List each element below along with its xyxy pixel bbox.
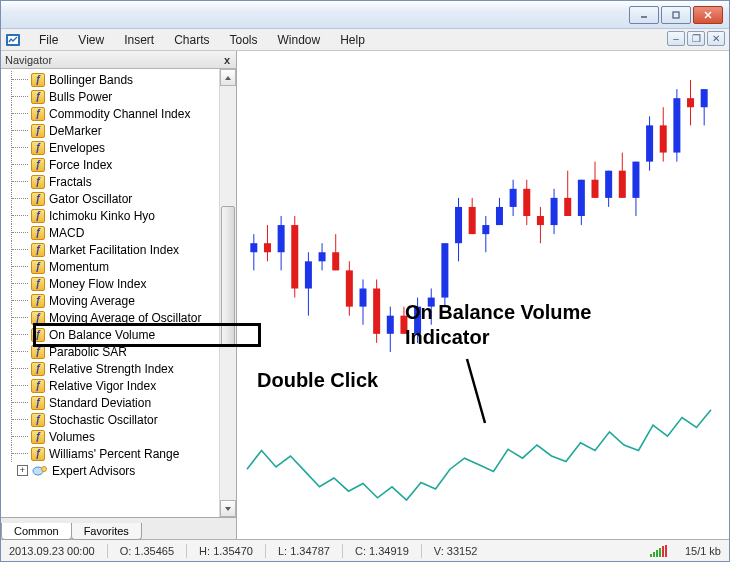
svg-rect-23	[332, 252, 339, 270]
indicator-item[interactable]: ƒRelative Vigor Index	[1, 377, 219, 394]
svg-rect-21	[319, 252, 326, 261]
indicator-item[interactable]: ƒBulls Power	[1, 88, 219, 105]
mdi-restore-button[interactable]: ❐	[687, 31, 705, 46]
indicator-item[interactable]: ƒRelative Strength Index	[1, 360, 219, 377]
svg-rect-67	[632, 162, 639, 198]
svg-rect-15	[278, 225, 285, 252]
navigator-tree[interactable]: ƒBollinger BandsƒBulls PowerƒCommodity C…	[1, 69, 219, 517]
window-close-button[interactable]	[693, 6, 723, 24]
navigator-close-button[interactable]: x	[222, 54, 232, 66]
svg-rect-63	[605, 171, 612, 198]
status-connection: 15/1 kb	[681, 545, 725, 557]
menu-window[interactable]: Window	[268, 31, 331, 49]
indicator-item[interactable]: ƒParabolic SAR	[1, 343, 219, 360]
status-datetime: 2013.09.23 00:00	[5, 545, 99, 557]
function-icon: ƒ	[31, 209, 45, 223]
indicator-item[interactable]: ƒFractals	[1, 173, 219, 190]
function-icon: ƒ	[31, 277, 45, 291]
svg-rect-43	[469, 207, 476, 234]
indicator-item[interactable]: ƒDeMarker	[1, 122, 219, 139]
indicator-item[interactable]: ƒMarket Facilitation Index	[1, 241, 219, 258]
svg-rect-19	[305, 261, 312, 288]
scroll-up-button[interactable]	[220, 69, 236, 86]
function-icon: ƒ	[31, 73, 45, 87]
navigator-scrollbar[interactable]	[219, 69, 236, 517]
svg-rect-55	[551, 198, 558, 225]
indicator-item[interactable]: ƒEnvelopes	[1, 139, 219, 156]
indicator-item[interactable]: ƒOn Balance Volume	[1, 326, 219, 343]
window-maximize-button[interactable]	[661, 6, 691, 24]
menu-file[interactable]: File	[29, 31, 68, 49]
menu-bar: File View Insert Charts Tools Window Hel…	[1, 29, 729, 51]
function-icon: ƒ	[31, 362, 45, 376]
function-icon: ƒ	[31, 413, 45, 427]
menu-insert[interactable]: Insert	[114, 31, 164, 49]
mdi-minimize-button[interactable]: –	[667, 31, 685, 46]
tab-common[interactable]: Common	[1, 523, 72, 540]
svg-line-78	[467, 359, 485, 423]
indicator-label: Moving Average of Oscillator	[49, 311, 202, 325]
indicator-label: DeMarker	[49, 124, 102, 138]
indicator-item[interactable]: ƒWilliams' Percent Range	[1, 445, 219, 462]
app-icon	[5, 32, 21, 48]
function-icon: ƒ	[31, 107, 45, 121]
indicator-label: Market Facilitation Index	[49, 243, 179, 257]
indicator-item[interactable]: ƒForce Index	[1, 156, 219, 173]
svg-rect-45	[482, 225, 489, 234]
indicator-item[interactable]: ƒMomentum	[1, 258, 219, 275]
indicator-item[interactable]: ƒIchimoku Kinko Hyo	[1, 207, 219, 224]
tree-node-expert-advisors[interactable]: + Expert Advisors	[1, 462, 219, 479]
function-icon: ƒ	[31, 175, 45, 189]
svg-rect-31	[387, 316, 394, 334]
indicator-item[interactable]: ƒMACD	[1, 224, 219, 241]
svg-rect-47	[496, 207, 503, 225]
indicator-item[interactable]: ƒMoving Average of Oscillator	[1, 309, 219, 326]
svg-rect-75	[687, 98, 694, 107]
indicator-label: MACD	[49, 226, 84, 240]
indicator-item[interactable]: ƒMoney Flow Index	[1, 275, 219, 292]
navigator-header: Navigator x	[1, 51, 236, 69]
indicator-item[interactable]: ƒStandard Deviation	[1, 394, 219, 411]
mdi-close-button[interactable]: ✕	[707, 31, 725, 46]
status-open: O: 1.35465	[116, 545, 178, 557]
svg-rect-25	[346, 270, 353, 306]
annotation-double-click: Double Click	[257, 369, 378, 392]
indicator-label: Relative Strength Index	[49, 362, 174, 376]
connection-bars-icon	[650, 545, 667, 557]
svg-rect-73	[673, 98, 680, 152]
tab-favorites[interactable]: Favorites	[71, 523, 142, 540]
scroll-track[interactable]	[220, 86, 236, 500]
menu-charts[interactable]: Charts	[164, 31, 219, 49]
svg-rect-77	[701, 89, 708, 107]
indicator-item[interactable]: ƒStochastic Oscillator	[1, 411, 219, 428]
scroll-down-button[interactable]	[220, 500, 236, 517]
svg-marker-9	[225, 507, 231, 511]
status-low: L: 1.34787	[274, 545, 334, 557]
expand-icon[interactable]: +	[17, 465, 28, 476]
chart-canvas	[237, 51, 729, 519]
indicator-item[interactable]: ƒGator Oscillator	[1, 190, 219, 207]
svg-rect-39	[441, 243, 448, 297]
function-icon: ƒ	[31, 90, 45, 104]
window-titlebar	[1, 1, 729, 29]
indicator-item[interactable]: ƒVolumes	[1, 428, 219, 445]
menu-tools[interactable]: Tools	[220, 31, 268, 49]
menu-view[interactable]: View	[68, 31, 114, 49]
indicator-item[interactable]: ƒBollinger Bands	[1, 71, 219, 88]
indicator-item[interactable]: ƒMoving Average	[1, 292, 219, 309]
function-icon: ƒ	[31, 447, 45, 461]
indicator-label: Force Index	[49, 158, 112, 172]
svg-rect-17	[291, 225, 298, 288]
chart-area[interactable]: Double Click On Balance Volume Indicator	[237, 51, 729, 539]
indicator-label: Stochastic Oscillator	[49, 413, 158, 427]
indicator-item[interactable]: ƒCommodity Channel Index	[1, 105, 219, 122]
status-close: C: 1.34919	[351, 545, 413, 557]
menu-help[interactable]: Help	[330, 31, 375, 49]
mdi-window-buttons: – ❐ ✕	[667, 31, 725, 46]
indicator-label: Commodity Channel Index	[49, 107, 190, 121]
scroll-thumb[interactable]	[221, 206, 235, 346]
svg-rect-61	[592, 180, 599, 198]
indicator-label: Gator Oscillator	[49, 192, 132, 206]
svg-rect-13	[264, 243, 271, 252]
window-minimize-button[interactable]	[629, 6, 659, 24]
